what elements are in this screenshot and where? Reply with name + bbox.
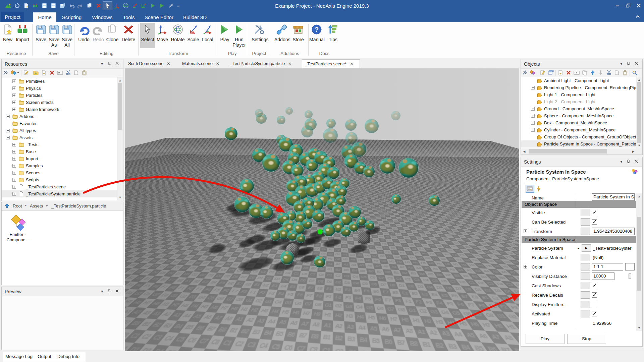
svg-text:?: ? (315, 26, 319, 33)
